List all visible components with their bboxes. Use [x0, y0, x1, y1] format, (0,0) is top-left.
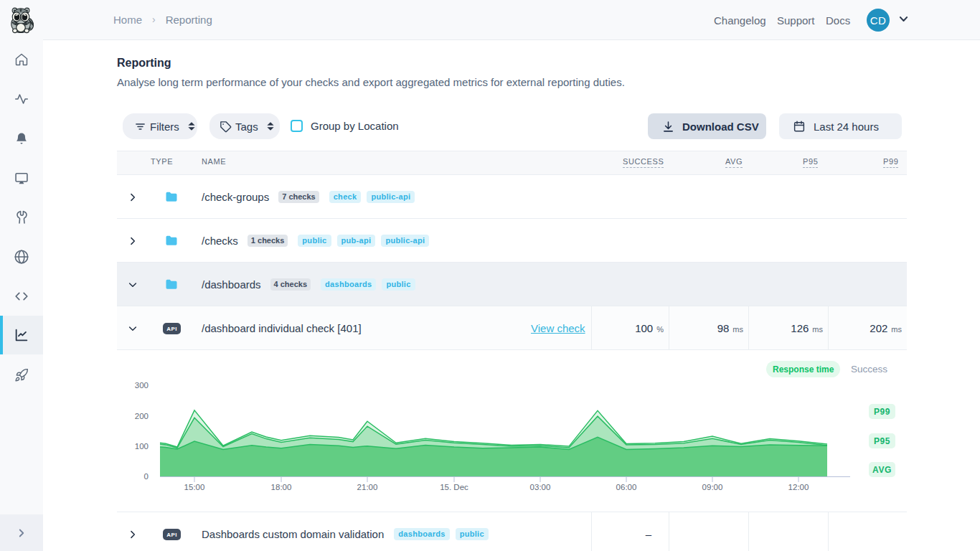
- svg-text:03:00: 03:00: [530, 483, 551, 491]
- svg-text:06:00: 06:00: [616, 483, 637, 491]
- svg-text:18:00: 18:00: [271, 483, 292, 491]
- svg-text:21:00: 21:00: [357, 483, 378, 491]
- svg-text:09:00: 09:00: [702, 483, 723, 491]
- svg-text:200: 200: [135, 412, 149, 420]
- svg-text:12:00: 12:00: [788, 483, 809, 491]
- svg-text:100: 100: [135, 442, 149, 451]
- svg-text:15:00: 15:00: [184, 483, 205, 491]
- svg-text:300: 300: [135, 381, 149, 390]
- svg-text:0: 0: [144, 472, 149, 481]
- svg-text:15. Dec: 15. Dec: [440, 483, 468, 491]
